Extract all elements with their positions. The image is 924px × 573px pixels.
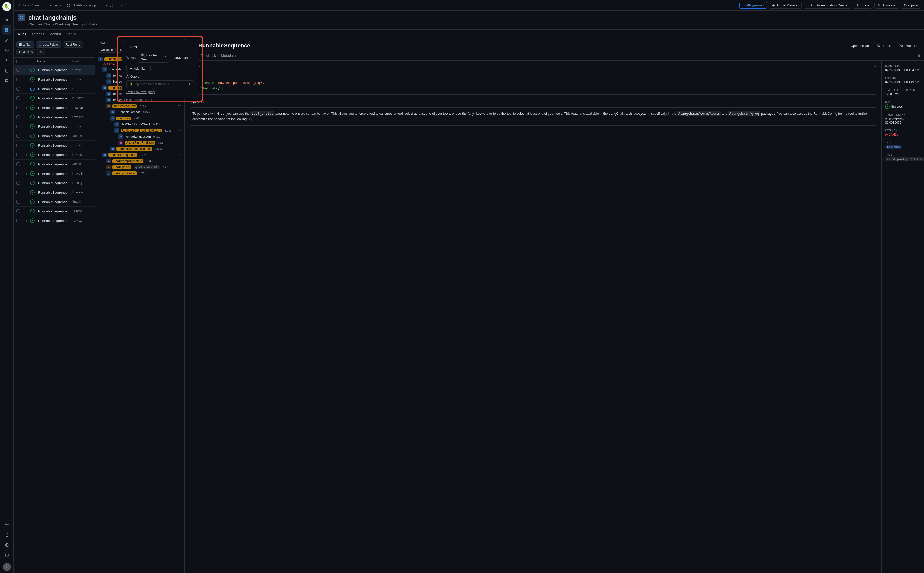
expand-icon[interactable]: ›: [24, 181, 30, 185]
trace-tree-item[interactable]: ◇StrOutputParser1.76s: [97, 170, 182, 176]
trace-tree-item[interactable]: ⧉HasChatHistoryCheck0.43s: [97, 121, 182, 127]
breadcrumb-org[interactable]: LangChain Inc: [23, 3, 44, 7]
add-filter-button[interactable]: +Add filter: [126, 65, 150, 72]
playground-button[interactable]: ▷Playground: [740, 2, 767, 9]
tab-threads[interactable]: Threads: [31, 30, 44, 39]
chevron-down-icon[interactable]: ﹀: [178, 128, 181, 133]
row-checkbox[interactable]: [16, 191, 20, 194]
row-checkbox[interactable]: [16, 144, 20, 147]
row-checkbox[interactable]: [16, 153, 20, 157]
run-row[interactable]: › RunnableSequence How do: [14, 197, 95, 207]
compare-button[interactable]: Compare: [901, 2, 921, 9]
row-checkbox[interactable]: [16, 172, 20, 175]
row-checkbox[interactable]: [16, 125, 20, 128]
filter-date-chip[interactable]: ⏱Last 7 days: [36, 41, 61, 48]
expand-icon[interactable]: ›: [24, 153, 30, 157]
breadcrumb-projects[interactable]: Projects: [49, 3, 61, 7]
tab-runs[interactable]: Runs: [18, 30, 26, 39]
run-row[interactable]: › RunnableSequence In what: [14, 150, 95, 160]
ai-query-input[interactable]: [135, 82, 186, 86]
breadcrumb-project[interactable]: chat-langchainjs: [73, 3, 97, 7]
rail-home[interactable]: [2, 15, 11, 24]
nav-down-icon[interactable]: ﹀: [125, 3, 129, 8]
run-row[interactable]: › RunnableSequence if I have: [14, 207, 95, 216]
tab-setup[interactable]: Setup: [66, 30, 76, 39]
filter-llm-calls[interactable]: LLM Calls: [16, 49, 35, 55]
run-row[interactable]: › RunnableSequence I have al: [14, 188, 95, 197]
trace-id-button[interactable]: ⧉Trace ID: [897, 42, 920, 49]
run-row[interactable]: › RunnableSequence hi: [14, 84, 95, 94]
trace-tree-item[interactable]: ✦ChatOpenAIgpt-3.5-turbo-11062.22s: [97, 164, 182, 170]
run-row[interactable]: › RunnableSequence In Pytho: [14, 94, 95, 103]
filter-all[interactable]: Al: [37, 49, 45, 55]
input-expand-icon[interactable]: ﹀: [874, 65, 877, 69]
row-checkbox[interactable]: [16, 200, 20, 204]
expand-icon[interactable]: ›: [24, 219, 30, 222]
rail-doc[interactable]: [2, 530, 11, 539]
expand-icon[interactable]: ›: [24, 210, 30, 213]
chevron-down-icon[interactable]: ﹀: [178, 104, 181, 108]
tab-monitor[interactable]: Monitor: [49, 30, 61, 39]
detail-tab-feedback[interactable]: Feedback: [200, 52, 216, 60]
annotate-button[interactable]: ✎Annotate: [874, 2, 899, 9]
expand-icon[interactable]: ›: [24, 78, 30, 81]
row-checkbox[interactable]: [16, 115, 20, 119]
trace-tree-item[interactable]: ⧉RunnableLambda0.32s: [97, 109, 182, 115]
col-name[interactable]: Name: [37, 59, 72, 63]
trace-tree-item[interactable]: ⧉Itemgetter:question0.42s: [97, 133, 182, 140]
rail-projects[interactable]: [2, 25, 11, 34]
add-annotation-button[interactable]: +Add to Annotation Queue: [804, 2, 851, 9]
rail-edit[interactable]: [2, 36, 11, 45]
row-checkbox[interactable]: [16, 134, 20, 138]
rail-data[interactable]: [2, 66, 11, 75]
filter-count-chip[interactable]: ☰1 filter: [16, 41, 34, 48]
run-id-button[interactable]: ⧉Run ID: [874, 42, 895, 49]
expand-icon[interactable]: ›: [24, 134, 30, 138]
run-row[interactable]: › RunnableSequence how can: [14, 66, 95, 75]
collapse-panel-icon[interactable]: »: [106, 3, 107, 7]
trace-tree-item[interactable]: ▦VectorStoreRetriever1.73s: [97, 140, 182, 146]
expand-icon[interactable]: ›: [24, 172, 30, 175]
rail-settings[interactable]: [2, 520, 11, 529]
run-row[interactable]: › RunnableSequence what if I: [14, 160, 95, 169]
run-row[interactable]: › RunnableSequence how sho: [14, 113, 95, 122]
row-checkbox[interactable]: [16, 106, 20, 110]
expand-icon[interactable]: ›: [24, 200, 30, 204]
chevron-down-icon[interactable]: ﹀: [178, 116, 181, 121]
trace-tree-item[interactable]: ◈ChatPromptTemplate0.34s: [97, 158, 182, 164]
expand-icon[interactable]: ›: [24, 191, 30, 194]
run-row[interactable]: › RunnableSequence how can: [14, 216, 95, 225]
nav-up-icon[interactable]: ︿: [120, 3, 123, 8]
run-row[interactable]: › RunnableSequence I have fi: [14, 169, 95, 178]
send-icon[interactable]: ➤: [189, 82, 191, 86]
run-row[interactable]: › RunnableSequence can I ch: [14, 131, 95, 141]
search-value-chip[interactable]: langchain×: [171, 54, 194, 61]
trace-tree-item[interactable]: ⧉RetrievalChainWithNoHistory3.14s﹀: [97, 127, 182, 133]
chevron-down-icon[interactable]: ﹀: [178, 153, 181, 157]
app-logo[interactable]: 🦜: [2, 2, 11, 11]
row-checkbox[interactable]: [16, 219, 20, 222]
trace-collapse-button[interactable]: Collapse: [98, 47, 116, 53]
user-avatar[interactable]: L: [3, 563, 11, 571]
row-checkbox[interactable]: [16, 78, 20, 81]
row-checkbox[interactable]: [16, 210, 20, 213]
run-row[interactable]: › RunnableSequence how can: [14, 75, 95, 84]
clear-icon[interactable]: ×: [189, 55, 191, 59]
search-type-select[interactable]: 🔍 Full-Text Search﹀: [138, 52, 169, 63]
expand-icon[interactable]: ›: [24, 162, 30, 166]
rail-mail[interactable]: [2, 551, 11, 560]
open-thread-button[interactable]: Open thread: [847, 42, 872, 49]
rail-globe[interactable]: [2, 540, 11, 550]
row-checkbox[interactable]: [16, 87, 20, 91]
expand-icon[interactable]: ›: [24, 96, 30, 100]
row-checkbox[interactable]: [16, 181, 20, 185]
expand-icon[interactable]: ›: [24, 144, 30, 147]
switch-raw-query-link[interactable]: Switch to Raw Query: [126, 90, 155, 94]
filter-root-runs[interactable]: Root Runs: [63, 41, 83, 48]
expand-icon[interactable]: ›: [24, 125, 30, 128]
row-checkbox[interactable]: [16, 162, 20, 166]
rail-chat[interactable]: [2, 76, 11, 86]
share-button[interactable]: ↗Share: [853, 2, 872, 9]
run-row[interactable]: › RunnableSequence how to l: [14, 141, 95, 150]
row-checkbox[interactable]: [16, 68, 20, 72]
